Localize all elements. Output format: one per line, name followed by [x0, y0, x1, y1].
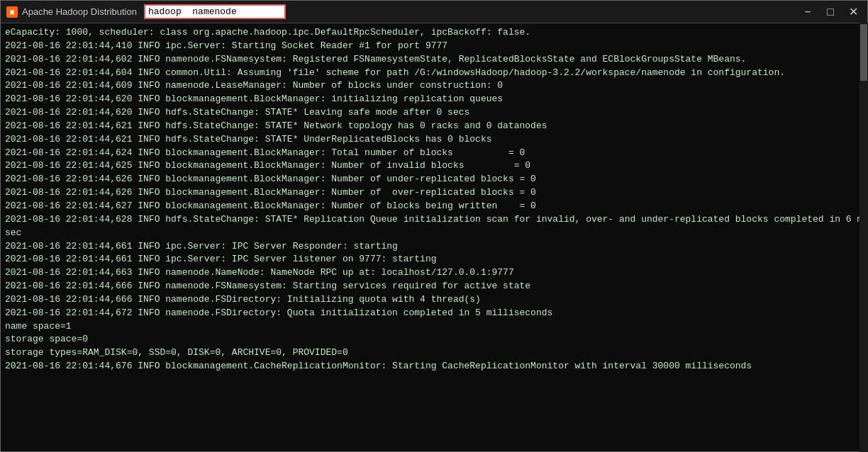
close-button[interactable]: ✕: [845, 4, 862, 21]
app-title: Apache Hadoop Distribution: [22, 6, 137, 17]
scrollbar-thumb[interactable]: [860, 24, 867, 81]
title-bar-controls: − □ ✕: [799, 4, 862, 21]
scrollbar-track[interactable]: [859, 23, 868, 452]
app-icon: ▣: [6, 6, 18, 18]
console-output: eCapacity: 1000, scheduler: class org.ap…: [1, 23, 867, 451]
title-bar: ▣ Apache Hadoop Distribution − □ ✕: [1, 1, 867, 23]
window: ▣ Apache Hadoop Distribution − □ ✕ eCapa…: [0, 0, 868, 452]
title-bar-left: ▣ Apache Hadoop Distribution: [6, 4, 799, 19]
maximize-button[interactable]: □: [822, 4, 839, 21]
minimize-button[interactable]: −: [799, 4, 816, 21]
command-input[interactable]: [144, 4, 286, 19]
app-window: ▣ Apache Hadoop Distribution − □ ✕ eCapa…: [0, 0, 868, 452]
